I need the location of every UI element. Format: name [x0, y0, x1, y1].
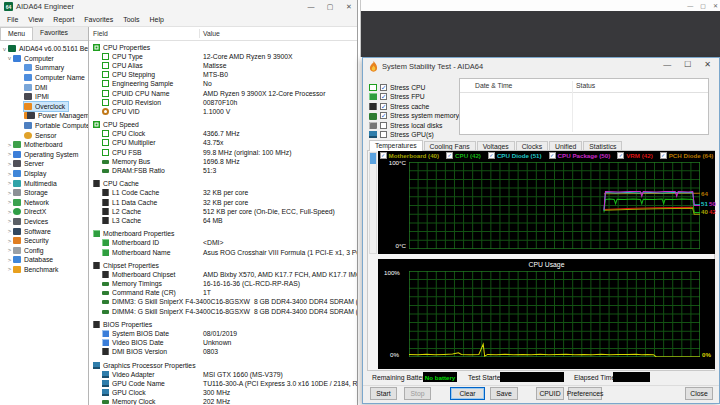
table-row[interactable]: CPU Clock4366.7 MHz: [89, 129, 357, 138]
chevron-right-icon[interactable]: >: [6, 209, 13, 215]
menu-item-favorites[interactable]: Favorites: [79, 16, 118, 23]
main-titlebar[interactable]: 64 AIDA64 Engineer — ▢ ✕: [0, 0, 357, 13]
sidebar-item-summary[interactable]: Summary: [0, 63, 88, 73]
stress-option-stress-cache[interactable]: ✓Stress cache: [369, 102, 429, 111]
sidebar-item-portable-computer[interactable]: Portable Computer: [0, 121, 88, 131]
section-header-row[interactable]: CPU Cache: [89, 179, 357, 188]
scrollbar-thumb[interactable]: [370, 153, 376, 164]
table-row[interactable]: GPU Code NameTU116-300-A (PCI Express 3.…: [89, 379, 357, 388]
clear-button[interactable]: Clear: [450, 387, 485, 400]
sidebar-item-server[interactable]: >Server: [0, 159, 88, 169]
sidebar-tab-menu[interactable]: Menu: [0, 27, 33, 40]
preferences-button[interactable]: Preferences: [568, 387, 602, 400]
sidebar-item-ipmi[interactable]: IPMI: [0, 92, 88, 102]
cpuid-button[interactable]: CPUID: [536, 387, 564, 400]
table-row[interactable]: DMI BIOS Version0803: [89, 347, 357, 356]
close-icon[interactable]: ✕: [713, 2, 718, 9]
stress-option-stress-system-memory[interactable]: ✓Stress system memory: [369, 111, 459, 120]
chevron-right-icon[interactable]: >: [6, 247, 13, 253]
chevron-right-icon[interactable]: >: [6, 151, 13, 157]
sidebar-item-dmi[interactable]: DMI: [0, 82, 88, 92]
sidebar-item-multimedia[interactable]: >Multimedia: [0, 178, 88, 188]
chevron-right-icon[interactable]: >: [6, 161, 13, 167]
table-row[interactable]: DRAM:FSB Ratio51:3: [89, 166, 357, 175]
table-row[interactable]: CPU FSB99.8 MHz (original: 100 MHz): [89, 148, 357, 157]
chevron-right-icon[interactable]: >: [6, 199, 13, 205]
sidebar-item-computer-name[interactable]: Computer Name: [0, 73, 88, 83]
table-row[interactable]: L3 Cache64 MB: [89, 216, 357, 225]
legend-checkbox[interactable]: ✓: [617, 152, 624, 159]
chevron-right-icon[interactable]: >: [6, 218, 13, 224]
save-button[interactable]: Save: [490, 387, 518, 400]
table-row[interactable]: Video AdapterMSI GTX 1660 (MS-V379): [89, 370, 357, 379]
sst-titlebar[interactable]: System Stability Test - AIDA64 — ☐ ✕: [363, 58, 719, 75]
sidebar-item-motherboard[interactable]: >Motherboard: [0, 140, 88, 150]
stress-option-stress-fpu[interactable]: ✓Stress FPU: [369, 92, 425, 101]
table-row[interactable]: L2 Cache512 KB per core (On-Die, ECC, Fu…: [89, 207, 357, 216]
sidebar-item-power-management[interactable]: Power Management: [0, 111, 88, 121]
stress-option-stress-cpu[interactable]: ✓Stress CPU: [369, 83, 426, 92]
sidebar-item-config[interactable]: >Config: [0, 245, 88, 255]
maximize-icon[interactable]: ▢: [325, 3, 335, 11]
legend-checkbox[interactable]: ✓: [446, 152, 453, 159]
table-row[interactable]: Video BIOS DateUnknown: [89, 338, 357, 347]
sidebar-item-directx[interactable]: >DirectX: [0, 207, 88, 217]
legend-checkbox[interactable]: ✓: [380, 152, 387, 159]
table-row[interactable]: CPU VID1.1000 V: [89, 107, 357, 116]
status-table-col-datetime[interactable]: Date & Time: [475, 82, 512, 89]
section-header-row[interactable]: CPU Properties: [89, 43, 357, 52]
table-row[interactable]: Memory Clock202 MHz: [89, 397, 357, 405]
table-row[interactable]: Memory Timings16-16-16-36 (CL-RCD-RP-RAS…: [89, 279, 357, 288]
sidebar-item-benchmark[interactable]: >Benchmark: [0, 265, 88, 275]
sidebar-item-network[interactable]: >Network: [0, 198, 88, 208]
chevron-right-icon[interactable]: >: [6, 228, 13, 234]
section-header-row[interactable]: Chipset Properties: [89, 261, 357, 270]
sidebar-item-software[interactable]: >Software: [0, 226, 88, 236]
sidebar-tab-favorites[interactable]: Favorites: [33, 27, 75, 40]
minimize-icon[interactable]: —: [687, 3, 693, 9]
table-row[interactable]: Motherboard ChipsetAMD Bixby X570, AMD K…: [89, 270, 357, 279]
section-header-row[interactable]: CPU Speed: [89, 120, 357, 129]
chevron-right-icon[interactable]: >: [6, 142, 13, 148]
table-row[interactable]: CPUID Revision00870F10h: [89, 98, 357, 107]
stop-button[interactable]: Stop: [404, 387, 431, 400]
table-row[interactable]: DIMM3: G Skill SniperX F4-3400C16-8GSXW8…: [89, 297, 357, 306]
close-icon[interactable]: ✕: [704, 60, 711, 69]
section-header-row[interactable]: Motherboard Properties: [89, 229, 357, 238]
chevron-right-icon[interactable]: >: [6, 257, 13, 263]
sidebar-item-computer[interactable]: vComputer: [0, 54, 88, 64]
table-row[interactable]: CPUID CPU NameAMD Ryzen 9 3900X 12-Core …: [89, 88, 357, 97]
menu-item-tools[interactable]: Tools: [118, 16, 144, 23]
table-row[interactable]: Engineering SampleNo: [89, 79, 357, 88]
chevron-right-icon[interactable]: >: [6, 238, 13, 244]
legend-checkbox[interactable]: ✓: [549, 152, 556, 159]
checked-checkbox[interactable]: ✓: [380, 112, 387, 119]
close-button[interactable]: Close: [685, 387, 713, 400]
checked-checkbox[interactable]: ✓: [380, 84, 387, 91]
sidebar-item-security[interactable]: >Security: [0, 236, 88, 246]
status-table-col-status[interactable]: Status: [576, 82, 595, 89]
sidebar-item-overclock[interactable]: Overclock: [0, 102, 88, 112]
sidebar-item-display[interactable]: >Display: [0, 169, 88, 179]
sidebar-item-aida64-v6-00-5161-beta[interactable]: vAIDA64 v6.00.5161 Beta: [0, 44, 88, 54]
column-header-field[interactable]: Field: [93, 30, 108, 37]
close-icon[interactable]: ✕: [344, 3, 354, 11]
section-header-row[interactable]: BIOS Properties: [89, 320, 357, 329]
table-row[interactable]: CPU Type12-Core AMD Ryzen 9 3900X: [89, 52, 357, 61]
stress-option-stress-local-disks[interactable]: Stress local disks: [369, 121, 443, 130]
chevron-right-icon[interactable]: >: [6, 171, 13, 177]
table-row[interactable]: Memory Bus1696.8 MHz: [89, 157, 357, 166]
sidebar-item-operating-system[interactable]: >Operating System: [0, 150, 88, 160]
legend-checkbox[interactable]: ✓: [660, 152, 667, 159]
minimize-icon[interactable]: —: [663, 60, 671, 69]
chevron-right-icon[interactable]: >: [6, 266, 13, 272]
unchecked-checkbox[interactable]: [380, 122, 387, 129]
checked-checkbox[interactable]: ✓: [380, 103, 387, 110]
table-row[interactable]: CPU AliasMatisse: [89, 61, 357, 70]
section-header-row[interactable]: Graphics Processor Properties: [89, 361, 357, 370]
table-row[interactable]: CPU Multiplier43.75x: [89, 138, 357, 147]
graph-scrollbar[interactable]: [369, 152, 377, 254]
chevron-right-icon[interactable]: >: [6, 190, 13, 196]
table-row[interactable]: Motherboard NameAsus ROG Crosshair VIII …: [89, 247, 357, 256]
table-row[interactable]: CPU SteppingMTS-B0: [89, 70, 357, 79]
